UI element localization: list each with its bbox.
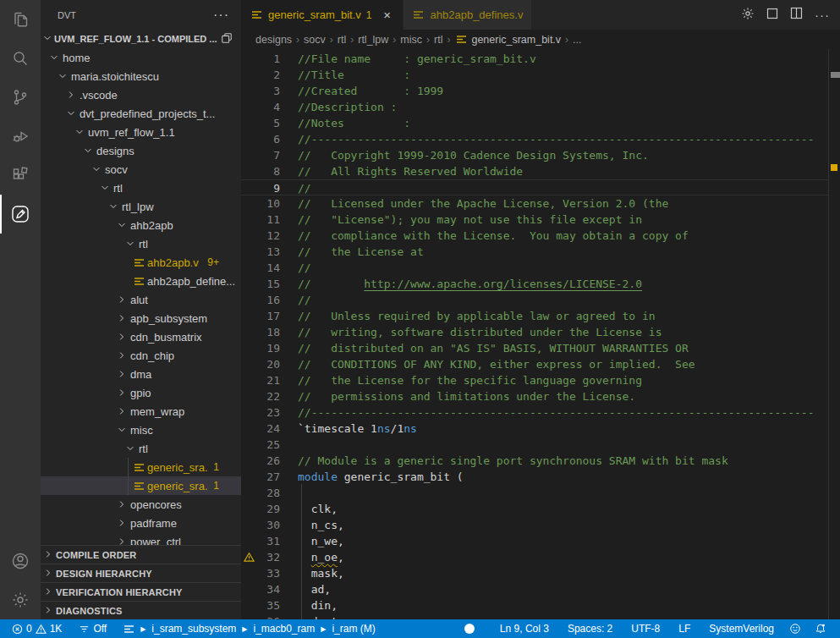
breadcrumb-item[interactable]: rtl [338, 34, 346, 46]
notifications-bell-icon[interactable] [810, 619, 832, 638]
tab-ahb2apb-defines[interactable]: ahb2apb_defines.v [404, 0, 532, 30]
tree-item-generic-sra-[interactable]: generic_sra...1 [41, 458, 241, 476]
breadcrumb-item[interactable]: socv [304, 34, 326, 46]
sidebar-more-actions-icon[interactable]: ··· [213, 8, 229, 23]
tree-item-designs[interactable]: designs [41, 141, 241, 160]
code-line-23[interactable]: 23//------------------------------------… [241, 404, 828, 421]
tree-item-misc[interactable]: misc [41, 421, 241, 439]
code-line-3[interactable]: 3//Created : 1999 [241, 83, 828, 99]
code-line-20[interactable]: 20// CONDITIONS OF ANY KIND, either expr… [241, 356, 828, 372]
code-line-13[interactable]: 13// the License at [241, 244, 828, 260]
code-line-8[interactable]: 8// All Rights Reserved Worldwide [241, 163, 828, 179]
tree-item-cdn-busmatrix[interactable]: cdn_busmatrix [41, 327, 241, 346]
code-line-32[interactable]: 32 n_oe, [241, 549, 828, 565]
tree-item-opencores[interactable]: opencores [41, 495, 241, 514]
panel-header-verification-hierarchy[interactable]: VERIFICATION HIERARCHY [41, 582, 241, 601]
code-line-6[interactable]: 6//-------------------------------------… [241, 131, 828, 147]
code-line-28[interactable]: 28 [241, 485, 828, 501]
collapse-all-icon[interactable] [221, 32, 233, 46]
code-line-26[interactable]: 26// Module is a generic single port syn… [241, 453, 828, 469]
tree-item-rtl-lpw[interactable]: rtl_lpw [41, 197, 241, 216]
breadcrumb-item[interactable]: rtl [434, 34, 442, 46]
tree-item--vscode[interactable]: .vscode [41, 85, 241, 104]
account-icon[interactable] [0, 542, 41, 580]
breadcrumb-more[interactable]: ... [573, 34, 581, 46]
tree-item-cdn-chip[interactable]: cdn_chip [41, 346, 241, 365]
tree-item-apb-subsystem[interactable]: apb_subsystem [41, 309, 241, 327]
settings-gear-icon[interactable] [741, 7, 755, 24]
code-line-12[interactable]: 12// compliance with the License. You ma… [241, 228, 828, 244]
code-line-29[interactable]: 29 clk, [241, 501, 828, 517]
overview-ruler[interactable] [828, 49, 840, 619]
code-line-31[interactable]: 31 n_we, [241, 533, 828, 549]
search-icon[interactable] [0, 39, 41, 78]
panel-header-design-hierarchy[interactable]: DESIGN HIERARCHY [41, 564, 241, 582]
settings-gear-icon[interactable] [0, 580, 41, 619]
hierarchy-segment[interactable]: i_ram (M) [332, 623, 375, 635]
tree-item-dvt-predefined-projects-t-[interactable]: dvt_predefined_projects_t... [41, 104, 241, 123]
explorer-icon[interactable] [0, 0, 41, 39]
breadcrumb-file[interactable]: generic_sram_bit.v [471, 34, 561, 46]
tree-item-padframe[interactable]: padframe [41, 514, 241, 532]
breadcrumb-item[interactable]: designs [255, 34, 292, 46]
code-line-33[interactable]: 33 mask, [241, 565, 828, 581]
encoding-setting[interactable]: UTF-8 [626, 619, 665, 638]
tree-item-generic-sra-[interactable]: generic_sra...1 [41, 476, 241, 495]
extensions-icon[interactable] [0, 156, 41, 195]
code-line-22[interactable]: 22// permissions and limitations under t… [241, 388, 828, 404]
more-actions-icon[interactable]: ··· [815, 8, 830, 22]
status-circle-icon[interactable] [459, 619, 480, 638]
breadcrumb-item[interactable]: misc [400, 34, 422, 46]
filter-status[interactable]: Off [74, 619, 112, 638]
code-line-1[interactable]: 1//File name : generic_sram_bit.v [241, 51, 828, 67]
split-editor-icon[interactable] [790, 7, 803, 23]
explorer-section-header[interactable]: UVM_REF_FLOW_1.1 - COMPILED ... [41, 30, 241, 48]
square-icon[interactable] [766, 8, 778, 23]
tree-item-dma[interactable]: dma [41, 365, 241, 383]
tree-item-uvm-ref-flow-1-1[interactable]: uvm_ref_flow_1.1 [41, 123, 241, 141]
tree-item-ahb2apb[interactable]: ahb2apb [41, 216, 241, 234]
tree-item-mem-wrap[interactable]: mem_wrap [41, 402, 241, 421]
source-control-icon[interactable] [0, 78, 41, 117]
code-pane[interactable]: 1//File name : generic_sram_bit.v2//Titl… [241, 49, 828, 619]
code-line-9[interactable]: 9// [241, 179, 828, 195]
code-line-11[interactable]: 11// "License"); you may not use this fi… [241, 212, 828, 228]
tree-item-rtl[interactable]: rtl [41, 179, 241, 197]
code-line-15[interactable]: 15// http://www.apache.org/licenses/LICE… [241, 276, 828, 292]
code-line-17[interactable]: 17// Unless required by applicable law o… [241, 308, 828, 324]
dvt-ide-icon[interactable] [0, 195, 41, 234]
tree-item-socv[interactable]: socv [41, 160, 241, 179]
code-line-5[interactable]: 5//Notes : [241, 115, 828, 131]
tree-item-gpio[interactable]: gpio [41, 383, 241, 402]
tree-item-ahb2apb-v[interactable]: ahb2apb.v9+ [41, 253, 241, 272]
breadcrumb-item[interactable]: rtl_lpw [358, 34, 388, 46]
code-line-35[interactable]: 35 din, [241, 597, 828, 613]
code-line-10[interactable]: 10// Licensed under the Apache License, … [241, 195, 828, 212]
run-debug-icon[interactable] [0, 117, 41, 156]
tree-item-maria-stoichitescu[interactable]: maria.stoichitescu [41, 67, 241, 85]
code-line-21[interactable]: 21// the License for the specific langua… [241, 372, 828, 388]
code-line-27[interactable]: 27module generic_sram_bit ( [241, 469, 828, 485]
tree-item-rtl[interactable]: rtl [41, 439, 241, 458]
cursor-position[interactable]: Ln 9, Col 3 [495, 619, 554, 638]
eol-setting[interactable]: LF [673, 619, 695, 638]
hierarchy-segment[interactable]: i_sram_subsystem [151, 623, 236, 635]
code-line-14[interactable]: 14// [241, 260, 828, 276]
tree-item-ahb2apb-define-[interactable]: ahb2apb_define... [41, 272, 241, 290]
code-line-19[interactable]: 19// distributed on an "AS IS" BASIS, WI… [241, 340, 828, 356]
feedback-icon[interactable] [784, 619, 806, 638]
code-line-34[interactable]: 34 ad, [241, 581, 828, 597]
code-line-24[interactable]: 24`timescale 1ns/1ns [241, 421, 828, 437]
tree-item-alut[interactable]: alut [41, 290, 241, 309]
panel-header-diagnostics[interactable]: DIAGNOSTICS [41, 601, 241, 619]
tree-item-power-ctrl[interactable]: power_ctrl [41, 532, 241, 545]
code-line-7[interactable]: 7// Copyright 1999-2010 Cadence Design S… [241, 147, 828, 163]
panel-header-compile-order[interactable]: COMPILE ORDER [41, 545, 241, 564]
code-line-4[interactable]: 4//Description : [241, 99, 828, 115]
code-line-25[interactable]: 25 [241, 437, 828, 453]
scrollbar-thumb[interactable] [831, 72, 840, 78]
problems-indicator[interactable]: 0 1K [7, 619, 67, 638]
code-line-18[interactable]: 18// writing, software distributed under… [241, 324, 828, 340]
tab-generic-sram-bit[interactable]: generic_sram_bit.v 1 × [241, 0, 403, 30]
tree-item-rtl[interactable]: rtl [41, 234, 241, 253]
